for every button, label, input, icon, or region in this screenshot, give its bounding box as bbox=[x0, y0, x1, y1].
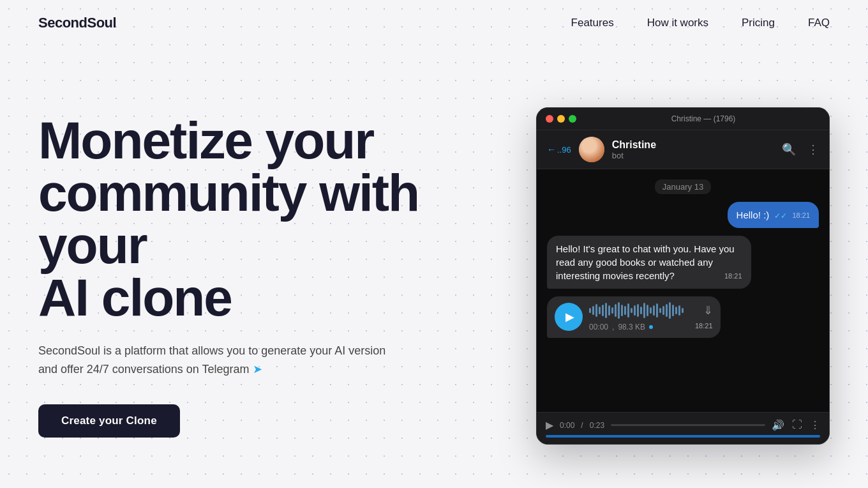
back-count: ..96 bbox=[557, 145, 571, 155]
chat-header: ← ..96 Christine bot 🔍 ⋮ bbox=[537, 130, 829, 169]
waveform-bar bbox=[624, 306, 626, 315]
waveform-bar bbox=[650, 307, 652, 314]
back-button[interactable]: ← ..96 bbox=[547, 144, 571, 155]
minimize-dot[interactable] bbox=[557, 115, 565, 123]
traffic-lights bbox=[546, 115, 576, 123]
waveform-bar bbox=[615, 304, 617, 317]
logo[interactable]: SecondSoul bbox=[38, 15, 116, 31]
waveform-bar bbox=[669, 302, 671, 319]
waveform-bar bbox=[678, 305, 680, 316]
voice-duration: 00:00 bbox=[589, 322, 608, 333]
volume-icon[interactable]: 🔊 bbox=[772, 419, 784, 431]
waveform-bar bbox=[672, 305, 674, 316]
message-sent: Hello! :) 18:21 ✓✓ bbox=[547, 202, 819, 228]
heading-line3: AI clone bbox=[38, 268, 232, 326]
heading-line1: Monetize your bbox=[38, 111, 373, 169]
voice-separator: , bbox=[612, 322, 614, 333]
waveform-bar bbox=[631, 308, 632, 313]
avatar-image bbox=[579, 137, 604, 162]
message-received: Hello! It's great to chat with you. Have… bbox=[547, 236, 819, 289]
sent-bubble: Hello! :) 18:21 ✓✓ bbox=[728, 202, 819, 228]
waveform-bar bbox=[640, 307, 642, 314]
waveform-bar bbox=[682, 308, 684, 313]
voice-time: 18:21 bbox=[695, 321, 713, 331]
maximize-dot[interactable] bbox=[569, 115, 576, 123]
received-bubble: Hello! It's great to chat with you. Have… bbox=[547, 236, 751, 289]
hero-subtext: SecondSoul is a platform that allows you… bbox=[38, 342, 396, 379]
close-dot[interactable] bbox=[546, 115, 553, 123]
hero-heading: Monetize your community with your AI clo… bbox=[38, 114, 460, 324]
waveform-bar bbox=[592, 306, 594, 315]
video-scrubbar[interactable] bbox=[546, 435, 820, 438]
more-icon[interactable]: ⋮ bbox=[807, 142, 819, 156]
hero-content: Monetize your community with your AI clo… bbox=[38, 114, 460, 438]
waveform-bar bbox=[599, 307, 601, 314]
cta-button[interactable]: Create your Clone bbox=[38, 404, 180, 438]
chat-action-icons: 🔍 ⋮ bbox=[782, 142, 819, 156]
waveform-bar bbox=[618, 302, 620, 319]
video-time-sep: / bbox=[581, 421, 583, 430]
voice-dot bbox=[649, 325, 653, 329]
voice-meta: 00:00 , 98.3 KB bbox=[589, 322, 684, 333]
nav-item-faq[interactable]: FAQ bbox=[808, 17, 830, 29]
share-icon[interactable]: ⇓ bbox=[703, 303, 713, 319]
sent-time: 18:21 bbox=[792, 211, 810, 220]
chat-body: January 13 Hello! :) 18:21 ✓✓ Hello! It'… bbox=[537, 169, 829, 412]
telegram-icon: ➤ bbox=[253, 363, 262, 376]
chat-status: bot bbox=[612, 151, 774, 160]
waveform-bar bbox=[666, 304, 668, 317]
search-icon[interactable]: 🔍 bbox=[782, 142, 796, 156]
video-controls: ▶ 0:00 / 0:23 🔊 ⛶ ⋮ bbox=[546, 419, 820, 431]
video-progress-bar[interactable] bbox=[611, 424, 765, 426]
play-button[interactable]: ▶ bbox=[555, 303, 583, 331]
play-icon: ▶ bbox=[565, 309, 574, 325]
video-player: ▶ 0:00 / 0:23 🔊 ⛶ ⋮ bbox=[537, 412, 829, 444]
waveform-bar bbox=[637, 304, 639, 317]
waveform: 00:00 , 98.3 KB bbox=[589, 301, 684, 333]
waveform-bar bbox=[675, 307, 677, 314]
waveform-bar bbox=[608, 305, 610, 316]
waveform-bar bbox=[611, 307, 613, 314]
hero-section: Monetize your community with your AI clo… bbox=[0, 46, 868, 480]
waveform-bar bbox=[605, 303, 607, 318]
waveform-bar bbox=[627, 303, 629, 317]
date-separator: January 13 bbox=[655, 179, 711, 194]
hero-mockup: Christine — (1796) ← ..96 Christine bot … bbox=[460, 107, 830, 445]
video-time-current: 0:00 bbox=[560, 421, 574, 430]
video-time-total: 0:23 bbox=[590, 421, 604, 430]
chat-info: Christine bot bbox=[612, 139, 774, 160]
waveform-bar bbox=[653, 305, 655, 316]
sent-text: Hello! :) bbox=[737, 210, 770, 220]
nav-links: Features How it works Pricing FAQ bbox=[571, 17, 830, 29]
nav-item-pricing[interactable]: Pricing bbox=[742, 17, 775, 29]
chat-avatar bbox=[579, 137, 604, 162]
nav-item-how-it-works[interactable]: How it works bbox=[647, 17, 708, 29]
received-time: 18:21 bbox=[724, 271, 742, 281]
waveform-bar bbox=[662, 306, 664, 315]
read-ticks: ✓✓ bbox=[774, 211, 787, 220]
nav-item-features[interactable]: Features bbox=[571, 17, 614, 29]
waveform-bar bbox=[634, 305, 636, 316]
received-text: Hello! It's great to chat with you. Have… bbox=[556, 243, 735, 281]
video-play-button[interactable]: ▶ bbox=[546, 419, 553, 431]
waveform-bar bbox=[647, 305, 648, 316]
waveform-bar bbox=[659, 308, 661, 313]
chat-name: Christine bbox=[612, 139, 774, 151]
voice-size: 98.3 KB bbox=[618, 322, 645, 333]
more-options-icon[interactable]: ⋮ bbox=[810, 419, 820, 431]
waveform-bar bbox=[656, 303, 658, 317]
voice-bubble: ▶ bbox=[547, 296, 721, 338]
heading-line2: community with your bbox=[38, 164, 419, 274]
fullscreen-icon[interactable]: ⛶ bbox=[792, 419, 802, 431]
window-titlebar: Christine — (1796) bbox=[537, 108, 829, 130]
waveform-bars bbox=[589, 301, 684, 319]
waveform-bar bbox=[643, 303, 645, 318]
voice-message: ▶ bbox=[547, 296, 819, 338]
back-arrow-icon: ← bbox=[547, 144, 556, 155]
waveform-bar bbox=[595, 304, 597, 317]
window-title: Christine — (1796) bbox=[587, 114, 820, 123]
navbar: SecondSoul Features How it works Pricing… bbox=[0, 0, 868, 46]
video-right-icons: 🔊 ⛶ ⋮ bbox=[772, 419, 820, 431]
waveform-bar bbox=[621, 305, 623, 316]
waveform-bar bbox=[602, 305, 604, 316]
